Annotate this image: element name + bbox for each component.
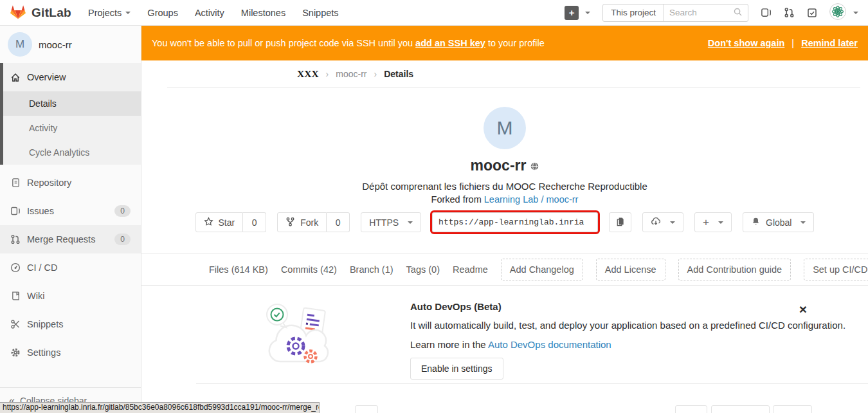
breadcrumb-current-page: Details — [384, 69, 413, 79]
section-divider — [196, 383, 868, 384]
project-description: Dépôt comprenant les fichiers du MOOC Re… — [141, 181, 868, 192]
partial-button[interactable] — [711, 405, 770, 413]
chevron-down-icon — [408, 221, 413, 224]
nav-snippets[interactable]: Snippets — [302, 8, 338, 18]
fork-button-group: Fork 0 — [277, 212, 350, 232]
sidebar-project-header[interactable]: M mooc-rr — [0, 26, 141, 63]
sidebar-item-settings[interactable]: Settings — [0, 338, 141, 367]
user-avatar — [829, 3, 846, 22]
user-menu[interactable] — [829, 3, 858, 22]
fork-icon — [285, 217, 295, 228]
add-new-dropdown[interactable]: + — [694, 212, 732, 232]
breadcrumb-group[interactable]: XXX — [297, 68, 319, 80]
project-title: mooc-rr — [471, 157, 527, 174]
browser-status-bar: https://app-learninglab.inria.fr/gitlab/… — [0, 402, 320, 413]
sidebar-item-details[interactable]: Details — [3, 91, 141, 116]
tags-link[interactable]: Tags (0) — [406, 264, 440, 275]
merge-request-icon — [10, 234, 21, 244]
partial-button[interactable] — [355, 405, 378, 413]
issue-boards-icon[interactable] — [761, 7, 772, 18]
readme-link[interactable]: Readme — [453, 264, 488, 275]
devops-illustration — [262, 298, 339, 378]
home-icon — [10, 72, 21, 83]
chevron-right-icon: › — [374, 69, 377, 79]
devops-body: It will automatically build, test, and d… — [410, 320, 868, 331]
chevron-down-icon — [800, 221, 806, 224]
sidebar-item-label: Overview — [27, 72, 66, 82]
fork-count[interactable]: 0 — [327, 212, 350, 232]
search-scope-label: This project — [603, 5, 664, 21]
project-title-row: mooc-rr — [141, 157, 868, 174]
forked-from-line: Forked from Learning Lab / mooc-rr — [141, 194, 868, 205]
branches-link[interactable]: Branch (1) — [350, 264, 393, 275]
gear-icon — [10, 347, 21, 358]
project-action-bar: Star 0 Fork 0 HTTPS — [141, 212, 868, 236]
fork-button[interactable]: Fork — [277, 212, 327, 232]
document-icon — [10, 178, 21, 188]
merge-requests-count-badge: 0 — [114, 234, 131, 245]
sidebar-item-snippets[interactable]: Snippets — [0, 310, 141, 338]
sidebar-item-merge-requests[interactable]: Merge Requests 0 — [0, 225, 141, 253]
sidebar-nav-list: Repository Issues 0 — [0, 169, 141, 367]
search-group: This project — [602, 4, 748, 22]
clone-protocol-dropdown[interactable]: HTTPS — [361, 212, 421, 232]
devops-learn-more: Learn more in the Auto DevOps documentat… — [410, 339, 868, 350]
star-icon — [204, 217, 213, 228]
sidebar-section-overview: Overview Details Activity Cycle Analytic… — [0, 63, 141, 165]
files-link[interactable]: Files (614 KB) — [209, 264, 268, 275]
star-button[interactable]: Star — [195, 212, 244, 232]
nav-projects[interactable]: Projects — [88, 8, 131, 18]
search-icon — [733, 7, 743, 19]
public-globe-icon — [530, 157, 539, 174]
tanuki-icon — [10, 4, 26, 22]
partial-button[interactable] — [675, 405, 707, 413]
download-dropdown[interactable] — [642, 212, 683, 232]
main-content: XXX › mooc-rr › Details M mooc-rr Dépôt … — [141, 60, 868, 413]
set-up-ci-cd-button[interactable]: Set up CI/CD — [804, 259, 868, 280]
notification-dropdown[interactable]: Global — [743, 212, 814, 232]
sidebar-item-repository[interactable]: Repository — [0, 169, 141, 197]
commits-link[interactable]: Commits (42) — [281, 264, 337, 275]
clone-url-input[interactable] — [432, 212, 598, 232]
new-menu-button[interactable]: + — [565, 6, 590, 20]
add-ssh-key-link[interactable]: add an SSH key — [415, 38, 485, 48]
chevron-down-icon — [585, 12, 590, 14]
gitlab-project-page: GitLab Projects Groups Activity Mileston… — [0, 0, 868, 413]
sidebar-item-issues[interactable]: Issues 0 — [0, 197, 141, 225]
project-stats-nav: Files (614 KB) Commits (42) Branch (1) T… — [141, 253, 868, 286]
sidebar-item-ci-cd[interactable]: CI / CD — [0, 253, 141, 282]
add-license-button[interactable]: Add License — [596, 259, 665, 280]
todos-icon[interactable] — [807, 8, 817, 18]
nav-activity[interactable]: Activity — [195, 8, 224, 18]
issues-icon — [10, 206, 21, 216]
chevron-down-icon — [718, 221, 723, 224]
scissors-icon — [10, 319, 21, 329]
nav-milestones[interactable]: Milestones — [241, 8, 285, 18]
sidebar-item-wiki[interactable]: Wiki — [0, 282, 141, 310]
dont-show-again-link[interactable]: Don't show again — [708, 38, 784, 48]
nav-groups[interactable]: Groups — [147, 8, 178, 18]
plus-icon: + — [565, 6, 579, 20]
project-avatar: M — [8, 32, 32, 57]
chevron-down-icon — [125, 12, 131, 14]
partial-button[interactable] — [773, 405, 812, 413]
auto-devops-callout: Auto DevOps (Beta) It will automatically… — [141, 293, 868, 380]
forked-from-link[interactable]: Learning Lab / mooc-rr — [484, 194, 579, 205]
sidebar-item-cycle-analytics[interactable]: Cycle Analytics — [3, 140, 141, 165]
close-icon[interactable]: × — [799, 302, 807, 316]
sidebar-item-activity[interactable]: Activity — [3, 116, 141, 140]
add-contribution-guide-button[interactable]: Add Contribution guide — [678, 259, 791, 280]
gitlab-logo[interactable]: GitLab — [10, 4, 71, 22]
auto-devops-doc-link[interactable]: Auto DevOps documentation — [488, 339, 611, 350]
chevron-down-icon — [670, 221, 675, 224]
star-count[interactable]: 0 — [243, 212, 266, 232]
plus-icon: + — [703, 217, 709, 228]
add-changelog-button[interactable]: Add Changelog — [501, 259, 583, 280]
enable-in-settings-button[interactable]: Enable in settings — [410, 358, 503, 380]
remind-later-link[interactable]: Remind later — [801, 38, 858, 48]
search-input[interactable] — [669, 8, 733, 17]
sidebar-item-overview[interactable]: Overview — [3, 63, 141, 91]
merge-requests-icon[interactable] — [784, 7, 795, 18]
breadcrumb-project[interactable]: mooc-rr — [336, 69, 366, 79]
copy-url-button[interactable] — [609, 212, 631, 232]
